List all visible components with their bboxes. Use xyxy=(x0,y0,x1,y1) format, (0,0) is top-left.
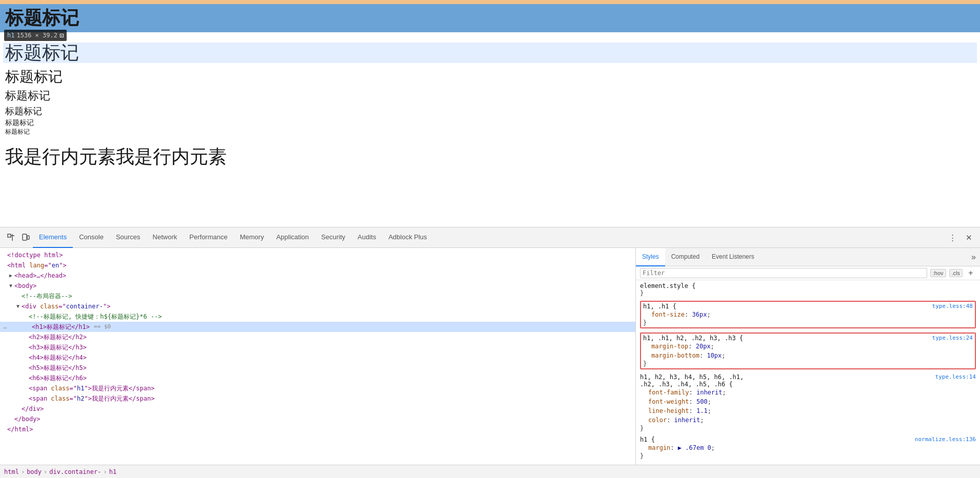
svg-rect-0 xyxy=(8,234,11,237)
dom-line: <h6>标题标记</h6> xyxy=(0,373,635,383)
devtools: Elements Console Sources Network Perform… xyxy=(0,227,980,478)
dom-panel[interactable]: <!doctype html> <html lang="en"> ▶ <head… xyxy=(0,248,636,465)
dom-line: ▼ <div class="container-"> xyxy=(0,301,635,311)
dom-line: <h2>标题标记</h2> xyxy=(0,332,635,342)
style-prop-line: font-weight: 500; xyxy=(640,397,976,406)
devtools-body: <!doctype html> <html lang="en"> ▶ <head… xyxy=(0,248,980,465)
style-prop-line: margin-top: 20px; xyxy=(643,342,973,351)
dom-line-selected[interactable]: … <h1>标题标记</h1> == $0 xyxy=(0,322,635,332)
styles-tabs: Styles Computed Event Listeners » xyxy=(636,248,980,266)
tooltip-dims: 1536 × 39.2 xyxy=(16,32,57,39)
styles-filter-cls[interactable]: .cls xyxy=(949,269,963,277)
page-h6: 标题标记 xyxy=(5,128,975,136)
style-selector-line: normalize.less:136 h1 { xyxy=(640,436,976,443)
style-block-element: element.style { } xyxy=(640,282,976,297)
style-close-line: } xyxy=(643,319,973,326)
tooltip-icon: ⊡ xyxy=(59,31,64,39)
tab-console[interactable]: Console xyxy=(73,227,110,248)
styles-tab-styles[interactable]: Styles xyxy=(636,248,665,266)
tab-performance[interactable]: Performance xyxy=(183,227,233,248)
styles-filter-input[interactable] xyxy=(640,268,927,278)
style-close-line: } xyxy=(640,425,976,432)
dom-line: <h4>标题标记</h4> xyxy=(0,352,635,363)
tab-memory[interactable]: Memory xyxy=(234,227,270,248)
dom-line: <html lang="en"> xyxy=(0,260,635,271)
styles-content[interactable]: element.style { } type.less:48 h1, .h1 {… xyxy=(636,280,980,465)
style-source[interactable]: type.less:24 xyxy=(932,335,973,341)
page-h5: 标题标记 xyxy=(5,118,975,128)
style-block-h1: type.less:48 h1, .h1 { font-size: 36px; … xyxy=(640,301,976,328)
device-toolbar-btn[interactable] xyxy=(18,231,33,245)
styles-filter-hov[interactable]: :hov xyxy=(930,269,946,277)
dom-line: ▼ <body> xyxy=(0,281,635,291)
styles-tab-more[interactable]: » xyxy=(967,253,980,262)
tab-application[interactable]: Application xyxy=(270,227,315,248)
breadcrumb-div[interactable]: div.container- xyxy=(49,468,101,475)
tab-network[interactable]: Network xyxy=(147,227,184,248)
breadcrumb-body[interactable]: body xyxy=(27,468,42,475)
style-prop-line: color: inherit; xyxy=(640,415,976,425)
dom-line: </div> xyxy=(0,404,635,414)
style-selector-line: type.less:24 h1, .h1, h2, .h2, h3, .h3 { xyxy=(643,335,973,342)
devtools-toolbar: Elements Console Sources Network Perform… xyxy=(0,227,980,248)
style-selector-line2: .h2, .h3, .h4, .h5, .h6 { xyxy=(640,381,976,388)
breadcrumb-html[interactable]: html xyxy=(4,468,19,475)
page-header: 标题标记 xyxy=(0,4,980,32)
dom-line: ▶ <head>…</head> xyxy=(0,271,635,281)
styles-tab-computed[interactable]: Computed xyxy=(665,248,706,266)
style-selector-line: element.style { xyxy=(640,282,976,289)
dom-line: <h3>标题标记</h3> xyxy=(0,342,635,352)
style-selector-line: type.less:48 h1, .h1 { xyxy=(643,303,973,310)
tab-sources[interactable]: Sources xyxy=(110,227,147,248)
styles-filter-row: :hov .cls + xyxy=(636,266,980,280)
inspect-element-btn[interactable] xyxy=(4,231,18,245)
dom-line: <span class="h1">我是行内元素</span> xyxy=(0,383,635,393)
element-tooltip: h1 1536 × 39.2 ⊡ xyxy=(4,30,67,41)
style-source[interactable]: type.less:48 xyxy=(932,303,973,309)
style-prop-line: font-family: inherit; xyxy=(640,388,976,397)
dom-line: </body> xyxy=(0,414,635,424)
devtools-close-btn[interactable]: ✕ xyxy=(962,231,976,245)
dom-line: <!--标题标记, 快捷键：h${标题标记}*6 --> xyxy=(0,311,635,322)
dom-line: <!--布局容器--> xyxy=(0,291,635,301)
style-source[interactable]: type.less:14 xyxy=(935,373,976,380)
style-block-h1-normalize: normalize.less:136 h1 { margin: ▶ .67em … xyxy=(640,436,976,460)
style-prop-line: margin-bottom: 10px; xyxy=(643,351,973,360)
styles-panel: Styles Computed Event Listeners » :hov .… xyxy=(636,248,980,465)
tab-elements[interactable]: Elements xyxy=(33,227,73,248)
dom-line: <h5>标题标记</h5> xyxy=(0,363,635,373)
page-h1: 标题标记 xyxy=(5,43,975,63)
svg-rect-4 xyxy=(27,236,29,239)
style-block-h123: type.less:24 h1, .h1, h2, .h2, h3, .h3 {… xyxy=(640,332,976,369)
tab-security[interactable]: Security xyxy=(315,227,351,248)
breadcrumb-bar: html › body › div.container- › h1 xyxy=(0,465,980,478)
style-selector-line: type.less:14 h1, h2, h3, h4, h5, h6, .h1… xyxy=(640,373,976,381)
style-source[interactable]: normalize.less:136 xyxy=(915,436,976,443)
top-bar xyxy=(0,0,980,4)
style-close-line: } xyxy=(640,452,976,460)
tooltip-tag: h1 xyxy=(7,32,14,39)
devtools-more-btn[interactable]: ⋮ xyxy=(945,231,959,245)
dom-line: </html> xyxy=(0,424,635,434)
tab-adblock[interactable]: Adblock Plus xyxy=(382,227,433,248)
style-prop-line: font-size: 36px; xyxy=(643,310,973,319)
style-prop-line: margin: ▶ .67em 0; xyxy=(640,443,976,452)
style-close-line: } xyxy=(640,289,976,297)
page-h3: 标题标记 xyxy=(5,90,975,102)
dom-line: <span class="h2">我是行内元素</span> xyxy=(0,393,635,404)
page-h4: 标题标记 xyxy=(5,107,975,117)
style-close-line: } xyxy=(643,360,973,367)
breadcrumb-h1[interactable]: h1 xyxy=(109,468,116,475)
page-header-title: 标题标记 xyxy=(5,6,79,31)
tab-audits[interactable]: Audits xyxy=(351,227,382,248)
styles-add-rule-btn[interactable]: + xyxy=(966,268,976,278)
style-prop-line: line-height: 1.1; xyxy=(640,406,976,415)
dom-line: <!doctype html> xyxy=(0,250,635,260)
page-inline-text: 我是行内元素我是行内元素 xyxy=(5,144,975,170)
page-h2: 标题标记 xyxy=(5,69,975,85)
svg-rect-3 xyxy=(23,234,27,240)
styles-tab-event-listeners[interactable]: Event Listeners xyxy=(706,248,761,266)
style-block-headings: type.less:14 h1, h2, h3, h4, h5, h6, .h1… xyxy=(640,373,976,432)
page-content: 标题标记 标题标记 标题标记 标题标记 标题标记 标题标记 我是行内元素我是行内… xyxy=(0,32,980,175)
devtools-toolbar-right: ⋮ ✕ xyxy=(945,231,976,245)
